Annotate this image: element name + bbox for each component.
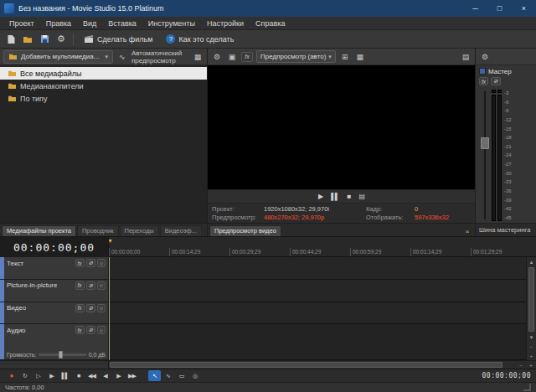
preview-video-tab[interactable]: Предпросмотр видео: [209, 225, 281, 236]
step-forward-button[interactable]: ▶: [112, 370, 125, 381]
playhead-marker-icon[interactable]: ▼: [109, 238, 113, 244]
media-tree-item[interactable]: Медианакопители: [0, 80, 207, 92]
menu-item[interactable]: Вставка: [102, 17, 142, 29]
zoom-out-vertical-button[interactable]: −: [527, 342, 536, 351]
track-mute-icon[interactable]: ⊘: [86, 326, 95, 334]
loop-playback-button[interactable]: ↻: [18, 370, 31, 381]
new-project-button[interactable]: [3, 32, 18, 47]
transport-time-display[interactable]: 00:00:00;00: [482, 372, 531, 379]
split-screen-icon[interactable]: ▦: [354, 51, 366, 63]
open-project-button[interactable]: [20, 32, 35, 47]
Видео[interactable]: Видео fx ⊘ ○: [0, 302, 108, 325]
video-preview-display[interactable]: [208, 65, 475, 189]
master-fx-icon[interactable]: fx: [479, 77, 488, 85]
record-button[interactable]: ●: [5, 370, 18, 381]
maximize-button[interactable]: □: [487, 0, 512, 17]
normal-edit-tool-button[interactable]: ↖: [148, 370, 161, 381]
master-color-swatch[interactable]: [479, 68, 486, 75]
media-tree-item[interactable]: Все медиафайлы: [0, 67, 207, 80]
Аудио[interactable]: Аудио fx ⊘ ○ Громкость: 0,0 дБ: [0, 324, 108, 360]
zoom-out-button[interactable]: −: [516, 361, 526, 369]
Текст[interactable]: [109, 257, 526, 280]
close-button[interactable]: ×: [512, 0, 536, 17]
timeline-ruler[interactable]: ▼ 00:00:00;0000:00:14;2900:00:29;2900:00…: [109, 237, 536, 257]
preview-stop-button[interactable]: ■: [348, 193, 351, 200]
preview-quality-dropdown[interactable]: Предпросмотр (авто) ▾: [256, 50, 336, 63]
preview-pause-button[interactable]: ▌▌: [331, 193, 338, 200]
track-mute-icon[interactable]: ⊘: [86, 259, 95, 267]
dock-options-icon[interactable]: ▤: [460, 51, 472, 63]
track-name[interactable]: Picture-in-picture: [7, 281, 57, 289]
track-solo-icon[interactable]: ○: [97, 281, 106, 290]
track-mute-icon[interactable]: ⊘: [86, 304, 95, 312]
track-name[interactable]: Видео: [7, 304, 26, 312]
horizontal-scrollbar[interactable]: [109, 361, 516, 369]
track-name[interactable]: Текст: [7, 260, 23, 267]
menu-item[interactable]: Правка: [40, 17, 77, 29]
overlay-grid-icon[interactable]: ⊞: [339, 51, 351, 63]
preview-options-button[interactable]: ▤: [358, 193, 364, 200]
vertical-scrollbar[interactable]: ▲ ▼ − +: [526, 257, 536, 360]
track-solo-icon[interactable]: ○: [97, 326, 106, 334]
scroll-down-icon[interactable]: ▼: [527, 333, 536, 342]
minimize-button[interactable]: ─: [463, 0, 487, 17]
track-name[interactable]: Аудио: [7, 327, 26, 334]
menu-item[interactable]: Проект: [3, 17, 40, 29]
zoom-in-button[interactable]: +: [526, 361, 536, 369]
project-properties-button[interactable]: ⚙: [54, 32, 69, 47]
track-fx-icon[interactable]: fx: [75, 326, 85, 334]
Picture-in-picture[interactable]: [109, 280, 526, 302]
timeline-time-display[interactable]: 00:00:00;00: [0, 237, 109, 257]
video-settings-icon[interactable]: ⚙: [211, 51, 223, 63]
resize-grip-icon[interactable]: [523, 384, 531, 391]
step-back-button[interactable]: ◀: [99, 370, 111, 381]
track-fx-icon[interactable]: fx: [75, 259, 85, 267]
save-project-button[interactable]: [37, 32, 52, 47]
Текст[interactable]: Текст fx ⊘ ○: [0, 257, 108, 280]
selection-edit-tool-button[interactable]: ▭: [175, 370, 188, 381]
menu-item[interactable]: Справка: [250, 17, 291, 29]
play-from-start-button[interactable]: ▷: [32, 370, 44, 381]
media-tab[interactable]: Видеоэф...: [160, 225, 202, 236]
meter-clip-indicators[interactable]: [492, 90, 502, 93]
close-icon[interactable]: ×: [461, 226, 473, 236]
master-fader[interactable]: [480, 90, 489, 221]
views-icon[interactable]: ▦: [192, 51, 204, 63]
menu-item[interactable]: Инструменты: [142, 17, 201, 29]
track-volume-slider[interactable]: [39, 353, 85, 356]
preview-play-button[interactable]: ▶: [318, 193, 322, 200]
track-fx-icon[interactable]: fx: [75, 304, 85, 312]
menu-item[interactable]: Настройки: [201, 17, 250, 29]
master-mute-icon[interactable]: ⊘: [491, 77, 500, 85]
vertical-scroll-thumb[interactable]: [528, 267, 534, 332]
Picture-in-picture[interactable]: Picture-in-picture fx ⊘ ○: [0, 280, 108, 302]
timeline-lanes[interactable]: [109, 257, 526, 360]
horizontal-scroll-thumb[interactable]: [110, 362, 502, 368]
add-media-button[interactable]: Добавить мультимедиа... ▾: [3, 50, 113, 64]
Аудио[interactable]: [109, 324, 526, 360]
pause-button[interactable]: ▌▌: [59, 370, 71, 381]
clip-indicator-left[interactable]: [492, 90, 496, 93]
title-bar[interactable]: Без названия - Movie Studio 15.0 Platinu…: [0, 0, 536, 17]
how-to-button[interactable]: ? Как это сделать: [160, 32, 240, 47]
auto-preview-icon[interactable]: ∿: [116, 51, 128, 63]
go-to-end-button[interactable]: ▶▶: [126, 370, 138, 381]
menu-item[interactable]: Вид: [77, 17, 102, 29]
track-mute-icon[interactable]: ⊘: [86, 281, 95, 290]
go-to-start-button[interactable]: ◀◀: [85, 370, 98, 381]
mixer-settings-icon[interactable]: ⚙: [479, 51, 491, 63]
external-monitor-icon[interactable]: ▣: [226, 51, 238, 63]
master-meter[interactable]: [492, 90, 502, 221]
media-tree-item[interactable]: По типу: [0, 92, 207, 105]
play-button[interactable]: ▶: [45, 370, 58, 381]
Видео[interactable]: [109, 302, 526, 325]
media-tab[interactable]: Медиафайлы проекта: [2, 225, 76, 236]
media-tab[interactable]: Проводник: [77, 225, 119, 236]
track-header-resize-area[interactable]: [0, 361, 109, 369]
scroll-up-icon[interactable]: ▲: [527, 257, 536, 266]
track-volume-handle[interactable]: [59, 351, 63, 358]
make-movie-button[interactable]: Сделать фильм: [78, 32, 158, 47]
media-tab[interactable]: Переходы: [120, 225, 159, 236]
playhead-cursor[interactable]: [109, 257, 110, 360]
envelope-edit-tool-button[interactable]: ∿: [162, 370, 174, 381]
